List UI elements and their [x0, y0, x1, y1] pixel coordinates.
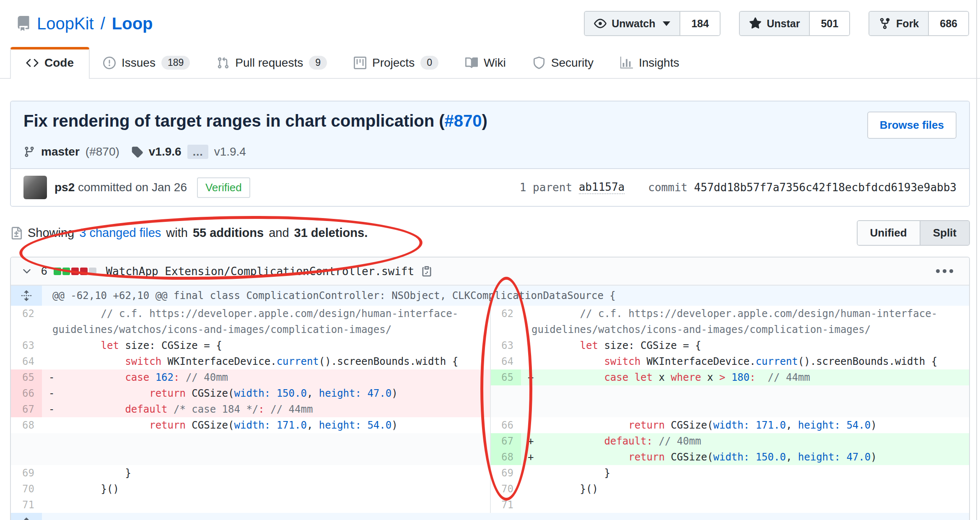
deletion-marker: - [49, 401, 54, 417]
repo-owner-link[interactable]: LoopKit [37, 14, 94, 33]
line-number[interactable]: 62 [11, 306, 42, 338]
branch-name[interactable]: master [41, 145, 80, 159]
tab-insights-label: Insights [639, 56, 679, 70]
commit-meta: ps2 committed on Jan 26 Verified 1 paren… [11, 168, 969, 206]
commit-title-text: Fix rendering of target ranges in chart … [23, 112, 445, 130]
watch-count[interactable]: 184 [680, 12, 720, 35]
line-number[interactable]: 68 [490, 449, 521, 465]
branch-icon [23, 146, 35, 158]
code-icon [26, 57, 39, 69]
pull-request-icon [217, 57, 229, 69]
diff-row: 66- return CGSize(width: 150.0, height: … [11, 385, 969, 401]
pr-link[interactable]: #870 [445, 112, 482, 130]
author-name[interactable]: ps2 [54, 181, 75, 194]
tab-wiki[interactable]: Wiki [452, 48, 519, 78]
branch-ref: (#870) [86, 145, 119, 159]
diff-row: 67+ default: // 40mm [11, 433, 969, 449]
diff-row: 64 switch WKInterfaceDevice.current().sc… [11, 354, 969, 369]
line-number[interactable]: 65 [11, 369, 42, 385]
fork-button-group: Fork 686 [869, 11, 969, 36]
line-number[interactable]: 69 [490, 465, 521, 481]
fork-label: Fork [896, 18, 919, 30]
page-header: LoopKit / Loop Unwatch 184 Unstar 501 Fo… [0, 0, 980, 36]
addition-marker: + [528, 449, 534, 465]
code-line: }() [521, 481, 969, 497]
commit-box: Fix rendering of target ranges in chart … [10, 101, 970, 207]
tab-security[interactable]: Security [519, 48, 607, 78]
line-number[interactable]: 70 [490, 481, 521, 497]
line-number[interactable]: 66 [490, 417, 521, 433]
deletion-marker: - [49, 385, 54, 401]
unfold-icon [21, 517, 32, 520]
line-number[interactable]: 63 [11, 338, 42, 354]
tab-projects[interactable]: Projects 0 [340, 47, 452, 78]
projects-counter: 0 [420, 56, 438, 70]
expand-hunk-button[interactable] [11, 286, 42, 306]
collapse-file-button[interactable] [21, 265, 33, 277]
eye-icon [594, 17, 607, 30]
code-line: return CGSize(width: 171.0, height: 54.0… [521, 417, 969, 433]
diff-row: 63 let size: CGSize = {63 let size: CGSi… [11, 338, 969, 354]
line-number[interactable]: 65 [490, 369, 521, 385]
diffstat-block-deleted [71, 268, 79, 275]
more-tags-button[interactable]: … [187, 145, 208, 159]
tab-issues-label: Issues [122, 56, 156, 70]
repo-name-link[interactable]: Loop [112, 14, 153, 33]
additions-count: 55 additions [193, 226, 264, 240]
addition-marker: + [528, 433, 534, 449]
browse-files-button[interactable]: Browse files [867, 112, 957, 139]
line-number[interactable]: 64 [11, 354, 42, 369]
file-diff-icon [10, 227, 23, 239]
line-number[interactable]: 63 [490, 338, 521, 354]
expand-below-button[interactable] [11, 513, 42, 520]
tab-code[interactable]: Code [10, 47, 90, 79]
line-number[interactable]: 69 [11, 465, 42, 481]
line-number[interactable]: 67 [11, 401, 42, 417]
tab-code-label: Code [44, 56, 74, 70]
tag-previous[interactable]: v1.9.4 [214, 145, 246, 159]
line-number[interactable]: 70 [11, 481, 42, 497]
file-options-kebab-button[interactable] [930, 265, 959, 277]
diffstat-block-added [54, 268, 61, 275]
fork-count[interactable]: 686 [929, 12, 968, 35]
pull-requests-counter: 9 [309, 56, 327, 70]
changed-files-link[interactable]: 3 changed files [79, 226, 161, 240]
diff-row: 62 // c.f. https://developer.apple.com/d… [11, 306, 969, 338]
empty-gutter [490, 401, 521, 417]
diff-stats-line: Showing 3 changed files with 55 addition… [10, 226, 368, 240]
line-number[interactable]: 66 [11, 385, 42, 401]
line-number[interactable]: 62 [490, 306, 521, 338]
star-count[interactable]: 501 [810, 12, 849, 35]
parent-sha-link[interactable]: ab1157a [579, 181, 625, 194]
unified-button[interactable]: Unified [858, 221, 920, 245]
tab-projects-label: Projects [372, 56, 415, 70]
tag-latest[interactable]: v1.9.6 [149, 145, 181, 159]
line-number[interactable]: 71 [11, 497, 42, 513]
fork-button[interactable]: Fork [869, 12, 929, 35]
line-number[interactable]: 71 [490, 497, 521, 513]
code-line: - case 162: // 40mm [42, 369, 490, 385]
tab-issues[interactable]: Issues 189 [90, 47, 203, 78]
diff-view-toggle: Unified Split [857, 220, 970, 246]
shield-icon [533, 57, 545, 69]
unwatch-button[interactable]: Unwatch [585, 12, 680, 35]
repo-icon [16, 16, 31, 31]
window-edge [976, 0, 977, 520]
tab-pull-requests[interactable]: Pull requests 9 [203, 47, 340, 78]
code-line: // c.f. https://developer.apple.com/desi… [521, 306, 969, 338]
split-button[interactable]: Split [920, 221, 969, 245]
commit-title-suffix: ) [482, 112, 487, 130]
line-number[interactable]: 67 [490, 433, 521, 449]
file-changes-count: 6 [41, 265, 47, 278]
verified-badge[interactable]: Verified [197, 177, 250, 198]
unstar-button[interactable]: Unstar [740, 12, 810, 35]
line-number[interactable]: 68 [11, 417, 42, 433]
diffstat-block-added [62, 268, 70, 275]
star-button-group: Unstar 501 [739, 11, 850, 36]
line-number[interactable]: 64 [490, 354, 521, 369]
committed-date: committed on Jan 26 [78, 181, 187, 194]
tab-insights[interactable]: Insights [607, 48, 693, 78]
graph-icon [620, 57, 633, 69]
copy-path-button[interactable] [421, 265, 433, 277]
author-avatar[interactable] [23, 176, 47, 199]
